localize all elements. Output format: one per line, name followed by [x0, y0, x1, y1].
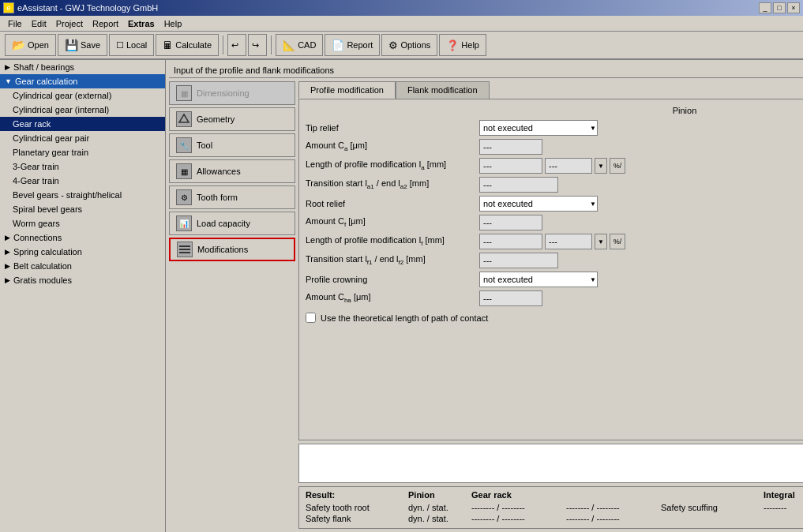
- amount-ca-control: [479, 139, 542, 155]
- length-la-input1[interactable]: [479, 158, 542, 174]
- local-button[interactable]: ☐ Local: [109, 34, 154, 56]
- path-of-contact-checkbox[interactable]: [306, 313, 316, 323]
- undo-icon: ↩: [231, 40, 238, 51]
- help-button[interactable]: ❓ Help: [439, 34, 486, 56]
- results-row-2: Safety flank dyn. / stat. -------- / ---…: [306, 514, 803, 523]
- amount-cha-row: Amount Cha [μm]: [306, 290, 803, 306]
- menu-edit[interactable]: Edit: [27, 17, 51, 30]
- tooth-form-button[interactable]: ⚙ Tooth form: [169, 185, 295, 209]
- tip-relief-select[interactable]: not executed linear arc: [479, 120, 598, 136]
- amount-cha-input[interactable]: [479, 290, 542, 306]
- length-la-label: Length of profile modification la [mm]: [306, 159, 479, 171]
- help-icon: ❓: [446, 39, 459, 51]
- root-relief-select[interactable]: not executed linear arc: [479, 196, 598, 212]
- amount-ca-input[interactable]: [479, 139, 542, 155]
- sidebar-item-worm[interactable]: Worm gears: [0, 216, 165, 230]
- length-lf-label: Length of profile modification lf [mm]: [306, 235, 479, 247]
- content-columns: ▦ Dimensioning Geometry 🔧 Tool ▦ Allowan…: [169, 81, 803, 529]
- transition-lf-control: [479, 253, 558, 268]
- menu-report[interactable]: Report: [88, 17, 123, 30]
- open-button[interactable]: 📂 Open: [5, 34, 56, 56]
- sidebar-item-gear-rack[interactable]: Gear rack: [0, 117, 165, 131]
- length-lf-input1[interactable]: [479, 234, 542, 249]
- report-icon: 📄: [332, 39, 344, 51]
- redo-icon: ↪: [252, 40, 259, 51]
- load-capacity-button[interactable]: 📊 Load capacity: [169, 212, 295, 235]
- main-layout: ▶ Shaft / bearings ▼ Gear calculation Cy…: [0, 60, 803, 532]
- root-relief-select-wrapper: not executed linear arc: [479, 196, 598, 212]
- tool-button[interactable]: 🔧 Tool: [169, 133, 295, 157]
- undo-button[interactable]: ↩: [227, 34, 246, 56]
- transition-la-label: Transition start la1 / end la2 [mm]: [306, 178, 479, 190]
- allowances-button[interactable]: ▦ Allowances: [169, 159, 295, 183]
- window-controls[interactable]: _ □ ×: [759, 2, 800, 13]
- menu-bar: File Edit Project Report Extras Help: [0, 16, 803, 32]
- redo-button[interactable]: ↪: [248, 34, 267, 56]
- sidebar-item-connections[interactable]: ▶ Connections: [0, 230, 165, 245]
- tip-relief-label: Tip relief: [306, 123, 479, 133]
- arrow-icon: ▶: [5, 276, 10, 284]
- sidebar-item-spring[interactable]: ▶ Spring calculation: [0, 245, 165, 259]
- transition-lf-input[interactable]: [479, 253, 558, 268]
- tip-relief-control: not executed linear arc: [479, 120, 598, 136]
- length-lf-dropdown[interactable]: ▼: [595, 234, 607, 249]
- report-button[interactable]: 📄 Report: [325, 34, 380, 56]
- tab-profile-modification[interactable]: Profile modification: [298, 81, 396, 99]
- menu-help[interactable]: Help: [159, 17, 187, 30]
- profile-crowning-label: Profile crowning: [306, 275, 479, 284]
- sidebar-item-4gear[interactable]: 4-Gear train: [0, 174, 165, 188]
- profile-crowning-row: Profile crowning not executed yes: [306, 272, 803, 287]
- sidebar-item-shaft-bearings[interactable]: ▶ Shaft / bearings: [0, 60, 165, 74]
- options-icon: ⚙: [388, 39, 398, 51]
- sidebar-item-planetary[interactable]: Planetary gear train: [0, 145, 165, 159]
- tooth-form-icon: ⚙: [176, 189, 192, 205]
- length-lf-input2[interactable]: [545, 234, 592, 249]
- calculate-icon: 🖩: [163, 39, 173, 51]
- results-table: Result: Pinion Gear rack Integral Flash …: [298, 486, 803, 529]
- modifications-button[interactable]: Modifications: [169, 238, 295, 261]
- length-la-input2[interactable]: [545, 158, 592, 174]
- amount-cf-input[interactable]: [479, 215, 542, 230]
- svg-rect-1: [179, 245, 190, 247]
- menu-project[interactable]: Project: [51, 17, 88, 30]
- minimize-button[interactable]: _: [759, 2, 771, 13]
- arrow-icon: ▶: [5, 234, 10, 242]
- menu-file[interactable]: File: [3, 17, 27, 30]
- calculate-button[interactable]: 🖩 Calculate: [156, 34, 219, 56]
- length-la-pct[interactable]: %/: [610, 158, 625, 174]
- transition-lf-label: Transition start lf1 / end lf2 [mm]: [306, 254, 479, 266]
- profile-crowning-select-wrapper: not executed yes: [479, 272, 598, 287]
- sidebar-item-cylindrical-pair[interactable]: Cylindrical gear pair: [0, 131, 165, 145]
- close-button[interactable]: ×: [787, 2, 800, 13]
- right-panel: Profile modification Flank modification …: [298, 81, 803, 529]
- profile-crowning-select[interactable]: not executed yes: [479, 272, 598, 287]
- modifications-icon: [177, 242, 193, 257]
- cad-icon: 📐: [283, 39, 295, 51]
- maximize-button[interactable]: □: [773, 2, 786, 13]
- length-la-dropdown[interactable]: ▼: [595, 158, 607, 174]
- sidebar-item-gratis[interactable]: ▶ Gratis modules: [0, 273, 165, 287]
- amount-ca-row: Amount Ca [μm]: [306, 139, 803, 155]
- transition-la-input[interactable]: [479, 177, 558, 193]
- sidebar-item-cylindrical-external[interactable]: Cylindrical gear (external): [0, 88, 165, 103]
- dimensioning-button[interactable]: ▦ Dimensioning: [169, 81, 295, 105]
- geometry-button[interactable]: Geometry: [169, 107, 295, 131]
- sidebar-section-gear-calculation[interactable]: ▼ Gear calculation: [0, 74, 165, 88]
- root-relief-control: not executed linear arc: [479, 196, 598, 212]
- arrow-icon: ▶: [5, 63, 10, 71]
- options-button[interactable]: ⚙ Options: [381, 34, 437, 56]
- sidebar-item-belt[interactable]: ▶ Belt calculation: [0, 259, 165, 273]
- sidebar-item-spiral[interactable]: Spiral bevel gears: [0, 202, 165, 216]
- tab-flank-modification[interactable]: Flank modification: [396, 81, 490, 99]
- tab-bar: Profile modification Flank modification: [298, 81, 803, 99]
- cad-button[interactable]: 📐 CAD: [276, 34, 323, 56]
- sidebar: ▶ Shaft / bearings ▼ Gear calculation Cy…: [0, 60, 166, 532]
- sidebar-item-3gear[interactable]: 3-Gear train: [0, 159, 165, 174]
- save-button[interactable]: 💾 Save: [58, 34, 107, 56]
- length-lf-pct[interactable]: %/: [610, 234, 625, 249]
- length-lf-row: Length of profile modification lf [mm] ▼…: [306, 234, 803, 249]
- menu-extras[interactable]: Extras: [123, 17, 159, 30]
- sidebar-item-cylindrical-internal[interactable]: Cylindrical gear (internal): [0, 103, 165, 117]
- sidebar-item-bevel[interactable]: Bevel gears - straight/helical: [0, 188, 165, 202]
- pinion-header: Pinion: [306, 106, 803, 115]
